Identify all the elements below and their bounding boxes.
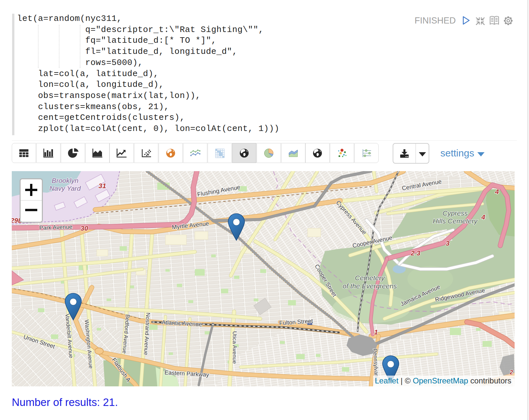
svg-text:Hills Cemetery: Hills Cemetery: [433, 217, 478, 225]
svg-text:30: 30: [80, 224, 88, 232]
svg-text:2: 2: [509, 369, 513, 376]
svg-text:Park Avenue: Park Avenue: [39, 223, 73, 231]
svg-text:31: 31: [98, 182, 106, 189]
svg-text:3: 3: [446, 239, 450, 247]
svg-text:Cypress: Cypress: [442, 209, 468, 217]
svg-text:Utica Avenue: Utica Avenue: [231, 331, 238, 364]
svg-text:4: 4: [495, 188, 499, 195]
svg-text:4: 4: [481, 213, 485, 221]
svg-text:1: 1: [374, 328, 378, 336]
svg-text:2 3: 2 3: [410, 249, 420, 257]
svg-text:Brooklyn: Brooklyn: [52, 177, 78, 184]
svg-text:of the Evergreens: of the Evergreens: [343, 282, 397, 290]
svg-text:Navy Yard: Navy Yard: [49, 185, 81, 192]
svg-text:Cemetery: Cemetery: [355, 274, 385, 282]
